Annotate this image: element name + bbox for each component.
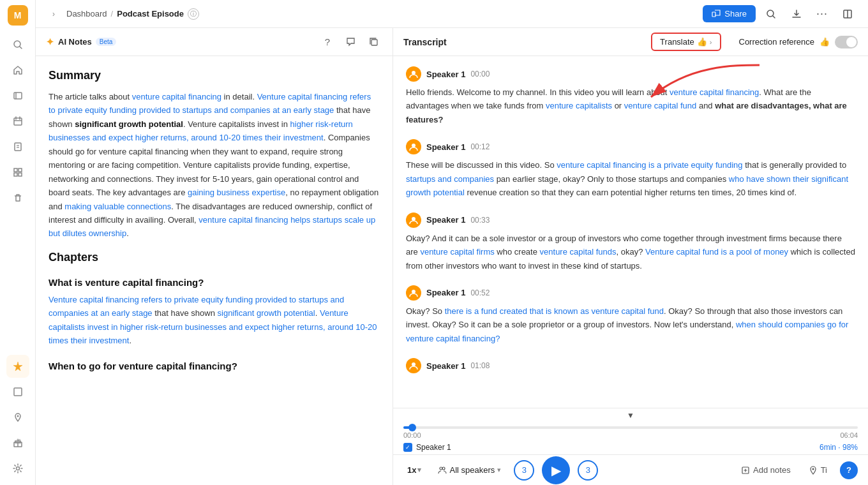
- summary-text: The article talks about venture capital …: [49, 90, 380, 241]
- sidebar-item-gift[interactable]: [6, 431, 29, 454]
- sidebar-item-library[interactable]: [6, 84, 29, 107]
- sidebar-item-trash[interactable]: [6, 186, 29, 209]
- summary-heading: Summary: [49, 69, 380, 82]
- panel-toggle-button[interactable]: [837, 4, 858, 24]
- timeline-track[interactable]: [403, 426, 858, 429]
- speaker-name-2: Speaker 1: [426, 142, 465, 152]
- breadcrumb-home[interactable]: Dashboard: [66, 9, 107, 19]
- timeline-start: 00:00: [403, 431, 421, 439]
- sidebar-item-location[interactable]: [6, 406, 29, 429]
- play-button[interactable]: ▶: [542, 456, 570, 484]
- svg-rect-21: [712, 12, 715, 17]
- svg-point-33: [412, 362, 415, 366]
- sidebar-item-grid[interactable]: [6, 161, 29, 184]
- sidebar-item-ai[interactable]: [6, 355, 29, 378]
- speaker-block-2: Speaker 1 00:12 These will be discussed …: [406, 139, 855, 199]
- correction-reference: Correction reference 👍: [739, 36, 858, 48]
- svg-point-29: [412, 71, 415, 75]
- sidebar-item-home[interactable]: [6, 59, 29, 82]
- translate-button[interactable]: Translate 👍 ›: [651, 33, 721, 51]
- sidebar-item-history[interactable]: [6, 380, 29, 403]
- speaker-text-1: Hello friends. Welcome to my channel. In…: [406, 86, 855, 126]
- speaker-filter-button[interactable]: All speakers ▾: [433, 463, 506, 477]
- location-button[interactable]: Ti: [804, 463, 832, 477]
- copy-icon[interactable]: [364, 33, 382, 51]
- timeline-track-area: 00:00 06:04: [393, 422, 868, 442]
- location-icon: [809, 466, 818, 475]
- transcript-panel: Transcript Translate 👍 › Correction refe…: [393, 28, 868, 485]
- add-notes-icon: [741, 466, 750, 475]
- translate-emoji: 👍: [697, 37, 707, 47]
- correction-toggle[interactable]: [835, 36, 858, 48]
- timeline-thumb[interactable]: [408, 424, 416, 431]
- help-icon[interactable]: ?: [318, 33, 336, 51]
- speaker-meta-2: Speaker 1 00:12: [406, 139, 855, 154]
- transcript-body: Speaker 1 00:00 Hello friends. Welcome t…: [393, 56, 868, 408]
- speaker-meta-4: Speaker 1 00:52: [406, 285, 855, 301]
- correction-ref-label: Correction reference: [739, 37, 815, 47]
- svg-rect-11: [14, 168, 17, 172]
- speaker-block-4: Speaker 1 00:52 Okay? So there is a fund…: [406, 285, 855, 345]
- transcript-header: Transcript Translate 👍 › Correction refe…: [393, 28, 868, 56]
- speaker-time-3: 00:33: [470, 216, 490, 225]
- download-button[interactable]: [786, 4, 807, 24]
- rewind-button[interactable]: 3: [514, 460, 534, 481]
- speaker-time-1: 00:00: [470, 70, 490, 78]
- player-right-controls: Add notes Ti ?: [736, 461, 858, 479]
- sidebar-item-calendar[interactable]: [6, 110, 29, 133]
- sidebar-item-search[interactable]: [6, 33, 29, 56]
- help-button[interactable]: ?: [840, 461, 858, 479]
- speaker-block-3: Speaker 1 00:33 Okay? And it can be a so…: [406, 213, 855, 272]
- avatar[interactable]: M: [8, 5, 28, 26]
- svg-rect-12: [19, 168, 22, 172]
- speaker-filter-icon: [438, 466, 447, 475]
- svg-rect-8: [15, 143, 21, 151]
- svg-point-20: [16, 467, 19, 470]
- speaker-time-4: 00:52: [470, 288, 490, 297]
- timeline-speaker-label: Speaker 1: [416, 443, 451, 452]
- add-notes-button[interactable]: Add notes: [736, 463, 796, 477]
- timeline-bar: ▼ 00:00 06:04 ✓: [393, 408, 868, 454]
- sidebar: M: [0, 0, 36, 485]
- svg-rect-27: [371, 40, 377, 45]
- sidebar-item-notes[interactable]: [6, 135, 29, 158]
- ai-notes-panel: ✦ AI Notes Beta ?: [36, 28, 393, 485]
- timeline-collapse-button[interactable]: ▼: [393, 408, 868, 422]
- transcript-panel-wrapper: Transcript Translate 👍 › Correction refe…: [393, 28, 868, 485]
- speaker-meta-1: Speaker 1 00:00: [406, 66, 855, 82]
- chapters-heading: Chapters: [49, 251, 380, 264]
- chapter2-title: When to go for venture capital financing…: [49, 361, 380, 371]
- speaker-chip-checkbox[interactable]: ✓: [403, 443, 412, 452]
- svg-rect-15: [14, 388, 22, 396]
- search-button[interactable]: [761, 4, 781, 24]
- svg-point-31: [412, 217, 415, 221]
- translate-chevron-icon: ›: [710, 38, 712, 46]
- collapse-sidebar-button[interactable]: ›: [46, 6, 61, 22]
- comment-icon[interactable]: [341, 33, 359, 51]
- svg-line-23: [773, 16, 775, 18]
- beta-badge: Beta: [96, 38, 117, 46]
- info-icon[interactable]: ⓘ: [188, 8, 199, 20]
- more-options-button[interactable]: ···: [812, 4, 832, 24]
- svg-rect-4: [14, 118, 22, 125]
- svg-point-16: [17, 415, 19, 417]
- speaker-name-3: Speaker 1: [426, 215, 465, 225]
- chapter1-text: Venture capital financing refers to priv…: [49, 293, 380, 348]
- timeline-speaker-row: ✓ Speaker 1 6min · 98%: [393, 442, 868, 454]
- svg-line-1: [20, 47, 22, 48]
- svg-rect-13: [14, 173, 17, 176]
- speaker-avatar-4: [406, 285, 421, 301]
- speaker-text-4: Okay? So there is a fund created that is…: [406, 304, 855, 345]
- speaker-chip: ✓ Speaker 1: [403, 443, 451, 452]
- speed-button[interactable]: 1x ▾: [403, 463, 425, 477]
- ai-notes-title: ✦ AI Notes Beta: [46, 36, 116, 48]
- transcript-title: Transcript: [403, 37, 447, 47]
- player-controls: 1x ▾ All speakers ▾ 3: [393, 454, 868, 485]
- sidebar-item-settings[interactable]: [6, 457, 29, 480]
- svg-rect-14: [19, 173, 22, 176]
- topbar: › Dashboard / Podcast Episode ⓘ Share: [36, 0, 868, 28]
- forward-button[interactable]: 3: [578, 460, 598, 481]
- svg-point-32: [412, 290, 415, 294]
- topbar-actions: Share ···: [703, 4, 858, 24]
- share-button[interactable]: Share: [703, 5, 756, 22]
